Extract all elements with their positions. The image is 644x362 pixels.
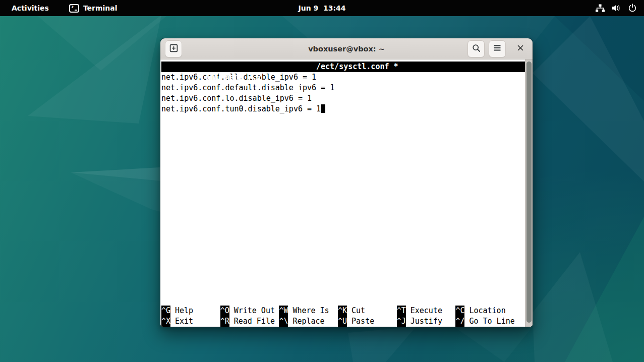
- shortcut-help: ^WWhere Is: [279, 306, 338, 316]
- power-icon: [628, 4, 637, 13]
- new-tab-button[interactable]: [165, 40, 182, 57]
- clock-button[interactable]: Jun 9 13:44: [298, 4, 345, 12]
- close-button[interactable]: [513, 41, 528, 56]
- focused-app-name: Terminal: [83, 4, 118, 12]
- menu-icon: [493, 44, 501, 53]
- shortcut-key: ^K: [338, 306, 347, 316]
- shortcut-key: ^T: [397, 306, 406, 316]
- scrollbar-thumb[interactable]: [526, 62, 532, 323]
- terminal-window: vboxuser@vbox: ~: [160, 38, 533, 327]
- terminal-app-icon: [69, 4, 79, 13]
- shortcut-label: Location: [464, 306, 505, 315]
- nano-editor[interactable]: GNU nano 7.2 /ect/sysctl.conf * net.ipv6…: [160, 59, 525, 327]
- shortcut-key: ^C: [455, 306, 464, 316]
- shortcut-label: Read File: [229, 317, 275, 326]
- terminal-scrollbar[interactable]: [525, 59, 533, 327]
- shortcut-label: Paste: [347, 317, 374, 326]
- shortcut-key: ^U: [338, 316, 347, 327]
- search-icon: [472, 44, 481, 54]
- network-icon: [595, 4, 605, 13]
- shortcut-label: Execute: [406, 306, 442, 315]
- close-icon: [517, 44, 524, 53]
- window-title: vboxuser@vbox: ~: [308, 45, 385, 53]
- nano-shortcuts-row2: ^XExit ^RRead File ^\Replace ^UPaste ^JJ…: [161, 316, 525, 327]
- shortcut-key: ^W: [279, 306, 288, 316]
- shortcut-help: ^JJustify: [397, 316, 456, 327]
- shortcut-help: ^GHelp: [161, 306, 220, 316]
- terminal-body: GNU nano 7.2 /ect/sysctl.conf * net.ipv6…: [160, 59, 533, 327]
- shortcut-label: Help: [170, 306, 193, 315]
- nano-titlebar: GNU nano 7.2 /ect/sysctl.conf *: [161, 62, 525, 72]
- text-cursor: [321, 104, 325, 113]
- new-tab-icon: [169, 44, 178, 54]
- shortcut-label: Write Out: [229, 306, 275, 315]
- editor-line: net.ipv6.conf.lo.disable_ipv6 = 1: [161, 93, 525, 104]
- shortcut-help: ^\Replace: [279, 316, 338, 327]
- focused-app-menu[interactable]: Terminal: [69, 4, 118, 13]
- activities-button[interactable]: Activities: [9, 3, 52, 13]
- shortcut-help: ^RRead File: [220, 316, 279, 327]
- shortcut-help: ^/Go To Line: [455, 316, 514, 327]
- shortcut-help: ^UPaste: [338, 316, 397, 327]
- shortcut-label: Exit: [170, 317, 193, 326]
- shortcut-label: Where Is: [288, 306, 329, 315]
- shortcut-label: Go To Line: [464, 317, 514, 326]
- nano-shortcuts-row1: ^GHelp ^OWrite Out ^WWhere Is ^KCut ^TEx…: [161, 306, 525, 316]
- editor-line: net.ipv6.conf.default.disable_ipv6 = 1: [161, 83, 525, 93]
- shortcut-label: Replace: [288, 317, 324, 326]
- shortcut-key: ^J: [397, 316, 406, 327]
- shortcut-help: ^TExecute: [397, 306, 456, 316]
- shortcut-key: ^R: [220, 316, 229, 327]
- shortcut-help: ^OWrite Out: [220, 306, 279, 316]
- shortcut-key: ^\: [279, 316, 288, 327]
- top-bar: Activities Terminal Jun 9 13:44: [0, 0, 644, 16]
- search-button[interactable]: [467, 40, 485, 57]
- system-status-area[interactable]: [590, 3, 644, 14]
- volume-icon: [612, 4, 621, 12]
- shortcut-key: ^G: [161, 306, 170, 316]
- editor-empty-area: [161, 114, 525, 306]
- window-titlebar[interactable]: vboxuser@vbox: ~: [160, 38, 533, 59]
- menu-button[interactable]: [489, 40, 506, 57]
- shortcut-key: ^O: [220, 306, 229, 316]
- shortcut-key: ^/: [455, 316, 464, 327]
- shortcut-help: ^KCut: [338, 306, 397, 316]
- shortcut-label: Justify: [406, 317, 442, 326]
- shortcut-label: Cut: [347, 306, 365, 315]
- shortcut-help: ^CLocation: [455, 306, 514, 316]
- nano-filename: /ect/sysctl.conf *: [316, 62, 398, 72]
- nano-version: GNU nano 7.2: [198, 73, 261, 82]
- shortcut-key: ^X: [161, 316, 170, 327]
- shortcut-help: ^XExit: [161, 316, 220, 327]
- editor-line: net.ipv6.conf.tun0.disable_ipv6 = 1: [161, 104, 525, 114]
